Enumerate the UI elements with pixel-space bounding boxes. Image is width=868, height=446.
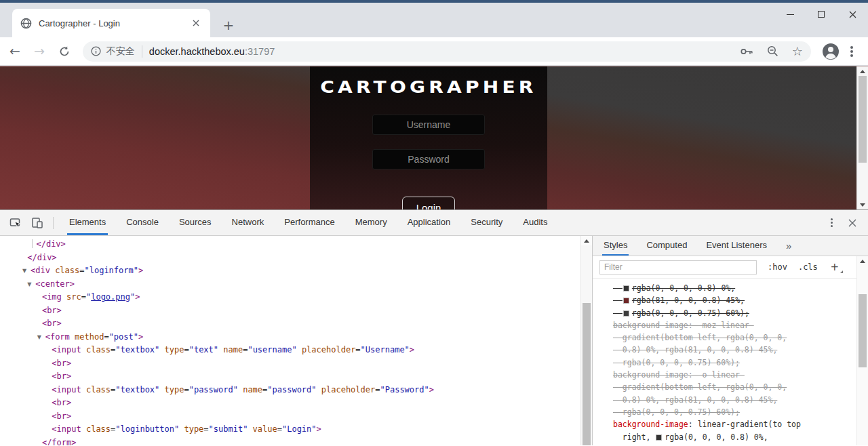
close-icon	[849, 11, 856, 18]
styles-tab-event-listeners[interactable]: Event Listeners	[705, 236, 768, 256]
styles-tab-list: StylesComputedEvent Listeners	[602, 236, 785, 256]
devtools-close-icon[interactable]	[844, 214, 861, 232]
browser-menu-icon[interactable]	[850, 50, 853, 53]
devtools-menu-icon[interactable]	[831, 222, 833, 224]
devtools-tab-elements[interactable]: Elements	[67, 210, 108, 235]
bookmark-star-icon[interactable]: ☆	[792, 45, 803, 58]
tab-close-icon[interactable]	[190, 17, 202, 29]
code-line: rgba(81, 0, 0, 0.8) 45%,	[613, 294, 856, 306]
code-line: <br>	[22, 410, 580, 424]
code-line: ▼<center>	[22, 278, 580, 291]
styles-scroll-up-icon[interactable]	[857, 256, 868, 266]
globe-favicon-icon	[20, 18, 32, 29]
new-tab-button[interactable]: +	[220, 16, 237, 34]
styles-filter-row: :hov .cls +	[593, 256, 856, 279]
code-line: ▼<form method="post">	[22, 331, 580, 344]
elements-code[interactable]: </div> </div>▼<div class="loginform"> ▼<…	[0, 236, 580, 445]
code-line: <br>	[22, 317, 580, 331]
styles-sidebar: StylesComputedEvent Listeners » :hov .cl…	[592, 236, 868, 445]
page-scrollbar-thumb[interactable]	[859, 76, 867, 163]
scroll-down-arrow-icon[interactable]	[857, 200, 868, 209]
code-line: <br>	[22, 357, 580, 371]
code-line: <img src="logo.png">	[22, 291, 580, 304]
pseudo-state-toggle[interactable]: :hov	[768, 262, 787, 272]
devtools-tab-list: ElementsConsoleSourcesNetworkPerformance…	[59, 210, 557, 235]
url-host: docker.hackthebox.eu	[149, 46, 245, 57]
elements-scrollbar[interactable]	[580, 236, 592, 445]
page-scrollbar[interactable]	[856, 66, 868, 209]
code-line: </div>	[22, 238, 580, 251]
toolbar-divider	[53, 217, 54, 229]
styles-filter-input[interactable]	[599, 260, 757, 275]
maximize-button[interactable]	[806, 3, 837, 26]
styles-tab-styles[interactable]: Styles	[602, 236, 629, 256]
browser-toolbar: ← → 不安全 docker.hackthebox.eu:31797 ☆	[0, 37, 868, 66]
browser-window: Cartographer - Login + ← → 不安全 docker.h	[0, 0, 868, 446]
devtools-tab-sources[interactable]: Sources	[177, 210, 214, 235]
password-input[interactable]	[372, 149, 485, 169]
devtools-panel: ElementsConsoleSourcesNetworkPerformance…	[0, 209, 868, 445]
devtools-tab-console[interactable]: Console	[124, 210, 161, 235]
zoom-out-icon[interactable]	[767, 45, 778, 57]
address-bar[interactable]: 不安全 docker.hackthebox.eu:31797 ☆	[83, 41, 811, 62]
security-status-label[interactable]: 不安全	[106, 45, 135, 58]
styles-header: StylesComputedEvent Listeners »	[593, 236, 868, 256]
devtools-tab-application[interactable]: Application	[406, 210, 453, 235]
more-tabs-icon[interactable]: »	[786, 240, 791, 251]
window-controls	[774, 3, 868, 26]
address-divider	[142, 45, 142, 58]
device-toolbar-icon[interactable]	[28, 214, 46, 232]
devtools-tab-audits[interactable]: Audits	[521, 210, 549, 235]
scroll-up-arrow-icon[interactable]	[857, 66, 868, 76]
code-line: background-image: -moz-linear-	[613, 319, 856, 331]
forward-button[interactable]: →	[34, 45, 45, 58]
styles-rules[interactable]: rgba(0, 0, 0, 0.8) 0%, rgba(81, 0, 0, 0.…	[593, 279, 856, 445]
back-button[interactable]: ←	[9, 45, 20, 58]
styles-scrollbar[interactable]	[856, 256, 868, 445]
code-line: 0.8) 0%, rgba(81, 0, 0, 0.8) 45%,	[613, 344, 856, 356]
color-swatch	[656, 434, 662, 441]
username-input[interactable]	[372, 115, 485, 135]
url-port: :31797	[245, 46, 275, 57]
devtools-tab-network[interactable]: Network	[230, 210, 267, 235]
elements-scroll-up-icon[interactable]	[581, 236, 592, 245]
code-line: </div>	[22, 251, 580, 265]
styles-tab-computed[interactable]: Computed	[645, 236, 688, 256]
elements-scrollbar-thumb[interactable]	[583, 303, 591, 445]
devtools-tab-memory[interactable]: Memory	[353, 210, 389, 235]
profile-avatar[interactable]	[822, 43, 840, 60]
code-line: <input class="textbox" type="text" name=…	[22, 344, 580, 357]
code-line: background-image: -o-linear-	[613, 369, 856, 381]
devtools-tab-performance[interactable]: Performance	[282, 210, 336, 235]
new-style-rule-button[interactable]: +	[829, 261, 841, 273]
code-line: <br>	[22, 370, 580, 384]
code-line: gradient(bottom left, rgba(0, 0, 0,	[613, 331, 856, 344]
code-line: rgba(0, 0, 0, 0.75) 60%);	[613, 307, 856, 319]
styles-scrollbar-thumb[interactable]	[859, 294, 867, 367]
code-line: right, rgba(0, 0, 0, 0.8) 0%,	[613, 431, 856, 443]
code-line: gradient(bottom left, rgba(0, 0, 0,	[613, 381, 856, 393]
code-line: <input class="textbox" type="password" n…	[22, 384, 580, 397]
close-window-button[interactable]	[837, 3, 868, 26]
devtools-toolbar: ElementsConsoleSourcesNetworkPerformance…	[0, 210, 868, 236]
code-line: rgba(81, 0, 0, 0.8) 45%,	[613, 443, 856, 445]
cartographer-logo: CARTOGRAPHER	[305, 77, 552, 97]
password-key-icon[interactable]	[741, 47, 753, 56]
code-line: </form>	[22, 437, 580, 446]
code-line: 0.8) 0%, rgba(81, 0, 0, 0.8) 45%,	[613, 394, 856, 406]
minimize-icon	[787, 14, 794, 15]
minimize-button[interactable]	[774, 3, 806, 26]
code-line: rgba(0, 0, 0, 0.75) 60%);	[613, 357, 856, 369]
inspect-element-icon[interactable]	[7, 214, 24, 232]
element-class-toggle[interactable]: .cls	[798, 262, 818, 272]
code-line: rgba(0, 0, 0, 0.75) 60%);	[613, 406, 856, 418]
login-button[interactable]: Login	[402, 197, 455, 209]
maximize-icon	[818, 11, 825, 18]
browser-tab[interactable]: Cartographer - Login	[12, 9, 210, 37]
info-icon[interactable]	[91, 46, 101, 56]
code-line: background-image: linear-gradient(to top	[613, 418, 856, 430]
code-line: <br>	[22, 304, 580, 318]
devtools-tab-security[interactable]: Security	[469, 210, 505, 235]
reload-button[interactable]	[58, 45, 71, 58]
code-line: rgba(0, 0, 0, 0.8) 0%,	[613, 282, 856, 294]
